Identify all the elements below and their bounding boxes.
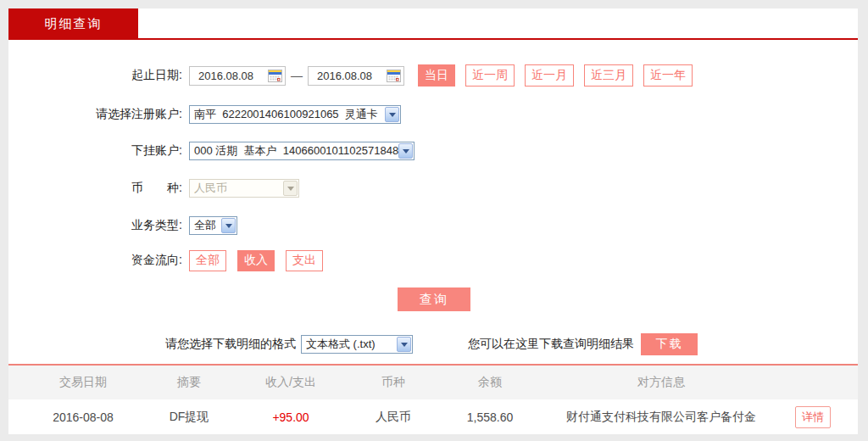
chevron-down-icon	[385, 107, 399, 122]
col-header-date: 交易日期	[8, 375, 158, 390]
chevron-down-icon	[397, 337, 411, 352]
download-hint: 您可以在这里下载查询明细结果	[468, 337, 634, 352]
date-from-value: 2016.08.08	[198, 70, 253, 82]
tab-detail-query[interactable]: 明细查询	[8, 8, 138, 40]
date-range-label: 起止日期:	[8, 68, 182, 83]
table-row: 2016-08-08 DF提现 +95.00 人民币 1,558.60 财付通支…	[8, 399, 858, 434]
biz-type-row: 业务类型: 全部	[8, 215, 858, 237]
col-header-currency: 币种	[361, 375, 426, 390]
chevron-down-icon	[221, 218, 236, 233]
chevron-down-icon	[398, 143, 413, 159]
currency-value: 人民币	[194, 181, 227, 196]
flow-income-button[interactable]: 收入	[237, 250, 275, 271]
col-header-balance: 余额	[426, 375, 554, 390]
date-to-input[interactable]: 2016.08.08	[308, 66, 404, 86]
date-range-row: 起止日期: 2016.08.08 —	[8, 64, 858, 87]
quick-range-today-button[interactable]: 当日	[418, 64, 455, 87]
cell-amount: +95.00	[220, 410, 361, 424]
register-account-select[interactable]: 南平 6222001406100921065 灵通卡	[189, 105, 401, 124]
biz-type-label: 业务类型:	[8, 218, 182, 233]
register-account-row: 请选择注册账户: 南平 6222001406100921065 灵通卡	[8, 103, 858, 126]
download-row: 请您选择下载明细的格式 文本格式 (.txt) 您可以在这里下载查询明细结果 下…	[8, 333, 858, 355]
quick-range-quarter-button[interactable]: 近三月	[584, 64, 633, 87]
download-format-label: 请您选择下载明细的格式	[165, 337, 296, 352]
table-header-row: 交易日期 摘要 收入/支出 币种 余额 对方信息	[8, 366, 858, 399]
sub-account-label: 下挂账户:	[8, 143, 182, 159]
date-separator: —	[291, 69, 303, 82]
currency-select: 人民币	[189, 179, 299, 198]
currency-label: 币 种:	[8, 181, 182, 196]
sub-account-select[interactable]: 000 活期 基本户 1406600101102571848	[189, 142, 415, 160]
result-table: 交易日期 摘要 收入/支出 币种 余额 对方信息 2016-08-08 DF提现…	[8, 364, 858, 434]
flow-expense-button[interactable]: 支出	[286, 250, 323, 271]
detail-query-panel: 明细查询 起止日期: 2016.08.08	[8, 8, 858, 434]
sub-account-row: 下挂账户: 000 活期 基本户 1406600101102571848	[8, 140, 858, 162]
fund-flow-row: 资金流向: 全部 收入 支出	[8, 249, 858, 271]
register-account-label: 请选择注册账户:	[8, 107, 182, 122]
cell-currency: 人民币	[361, 410, 426, 425]
date-from-input[interactable]: 2016.08.08	[189, 66, 286, 86]
biz-type-select[interactable]: 全部	[189, 216, 237, 235]
quick-range-year-button[interactable]: 近一年	[643, 64, 693, 87]
download-format-select[interactable]: 文本格式 (.txt)	[301, 335, 413, 354]
calendar-icon[interactable]	[387, 70, 401, 82]
col-header-summary: 摘要	[158, 375, 220, 390]
download-format-value: 文本格式 (.txt)	[306, 337, 376, 352]
flow-all-button[interactable]: 全部	[189, 250, 226, 271]
chevron-down-icon	[283, 181, 298, 196]
cell-summary: DF提现	[158, 410, 220, 425]
quick-range-week-button[interactable]: 近一周	[465, 64, 515, 87]
download-button[interactable]: 下载	[641, 333, 698, 355]
col-header-amount: 收入/支出	[220, 375, 361, 390]
fund-flow-label: 资金流向:	[8, 253, 182, 268]
currency-row: 币 种: 人民币	[8, 177, 858, 199]
detail-button[interactable]: 详情	[795, 406, 831, 428]
col-header-counterparty: 对方信息	[554, 375, 768, 390]
cell-balance: 1,558.60	[426, 410, 554, 424]
calendar-icon[interactable]	[268, 70, 282, 82]
biz-type-value: 全部	[194, 218, 216, 233]
sub-account-value: 000 活期 基本户 1406600101102571848	[194, 143, 398, 159]
query-button[interactable]: 查询	[398, 287, 470, 311]
cell-counterparty: 财付通支付科技有限公司客户备付金	[554, 410, 768, 425]
tab-bar: 明细查询	[8, 8, 858, 40]
quick-range-month-button[interactable]: 近一月	[525, 64, 574, 87]
register-account-value: 南平 6222001406100921065 灵通卡	[194, 107, 378, 122]
date-to-value: 2016.08.08	[317, 70, 372, 82]
cell-date: 2016-08-08	[8, 410, 158, 424]
